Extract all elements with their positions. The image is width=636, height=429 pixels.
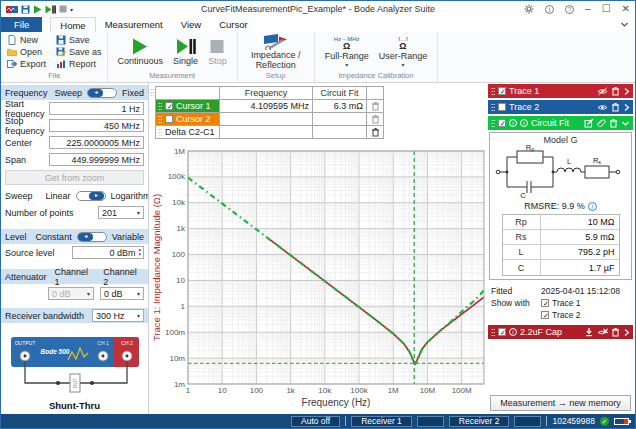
start-frequency-input[interactable] xyxy=(49,102,144,115)
memory-grip[interactable] xyxy=(491,328,495,337)
impedance-reflection-button[interactable]: Impedance / Reflection xyxy=(243,33,309,71)
memory-expand-icon[interactable] xyxy=(623,328,630,337)
delta-delete-button[interactable] xyxy=(367,126,384,139)
stop-quick-icon[interactable] xyxy=(59,5,67,13)
save-quick-icon[interactable] xyxy=(21,5,30,14)
cursor1-checkbox[interactable] xyxy=(165,102,173,110)
cursor2-grip[interactable] xyxy=(158,115,162,124)
circuit-fit-collapse-icon[interactable] xyxy=(621,120,630,127)
receiver1-level-indicator xyxy=(417,416,444,427)
trace1-expand-icon[interactable] xyxy=(623,87,630,96)
memory-checkbox[interactable] xyxy=(498,328,506,336)
full-range-button[interactable]: Hz→MHzΩ Full-Range ▾ xyxy=(320,36,374,68)
trace2-grip[interactable] xyxy=(491,103,495,112)
save-button[interactable]: Save xyxy=(56,35,102,45)
tab-view[interactable]: View xyxy=(172,17,210,32)
linear-log-toggle[interactable] xyxy=(76,191,106,201)
circuit-fit-marker-icon[interactable] xyxy=(520,119,528,127)
trace1-checkbox[interactable] xyxy=(498,87,506,95)
linear-option-label[interactable]: Linear xyxy=(46,191,71,201)
trace1-delete-icon[interactable] xyxy=(611,86,620,96)
variable-option-label[interactable]: Variable xyxy=(112,232,144,242)
continuous-button[interactable]: Continuous xyxy=(113,37,169,67)
close-button[interactable]: ✕ xyxy=(622,4,630,14)
delta-grip[interactable] xyxy=(158,128,162,137)
receiver-bandwidth-select[interactable]: 300 Hz xyxy=(92,309,144,322)
trace2-expand-icon[interactable] xyxy=(623,103,630,112)
full-range-dropdown-icon[interactable]: ▾ xyxy=(345,63,348,68)
memory-download-icon[interactable] xyxy=(584,327,594,337)
circuit-fit-attach-icon[interactable] xyxy=(597,118,606,128)
memory-hide-icon[interactable] xyxy=(597,328,608,337)
sweep-fixed-toggle[interactable] xyxy=(87,88,117,98)
help-icon[interactable]: ? xyxy=(565,5,574,14)
save-as-button[interactable]: Save as xyxy=(56,47,102,57)
tab-cursor[interactable]: Cursor xyxy=(210,17,257,32)
center-frequency-input[interactable] xyxy=(49,136,144,149)
sweep-option-label[interactable]: Sweep xyxy=(54,88,82,98)
show-trace2-checkbox[interactable] xyxy=(541,311,549,319)
continuous-quick-icon[interactable] xyxy=(33,5,42,14)
fixed-option-label[interactable]: Fixed xyxy=(122,88,144,98)
cursor2-delete-button[interactable] xyxy=(367,113,384,126)
circuit-fit-column-header: Circuit Fit xyxy=(313,87,367,100)
span-input[interactable] xyxy=(49,153,144,166)
tab-home[interactable]: Home xyxy=(50,17,95,32)
qat-dropdown-icon[interactable]: ▾ xyxy=(70,6,73,13)
circuit-fit-info-icon[interactable] xyxy=(509,119,517,127)
tab-measurement[interactable]: Measurement xyxy=(96,17,172,32)
channel2-attenuator-select[interactable]: 0 dB xyxy=(100,287,144,300)
minimize-button[interactable]: – xyxy=(585,4,591,14)
points-row: Number of points 201 xyxy=(1,204,148,221)
rmsre-info-icon[interactable] xyxy=(588,202,597,211)
get-from-zoom-button[interactable]: Get from zoom xyxy=(5,170,144,185)
export-button[interactable]: Export xyxy=(7,59,46,69)
maximize-button[interactable]: ☐ xyxy=(602,4,611,14)
points-select[interactable]: 201 xyxy=(98,206,144,219)
circuit-fit-checkbox[interactable] xyxy=(498,119,506,127)
source-level-stepper[interactable]: 0 dBm xyxy=(72,246,144,259)
constant-variable-toggle[interactable] xyxy=(77,232,107,242)
cursor2-frequency-value[interactable] xyxy=(220,113,313,126)
trace2-checkbox[interactable] xyxy=(498,103,506,111)
trace1-grip[interactable] xyxy=(491,87,495,96)
memory-info-icon[interactable] xyxy=(509,328,517,336)
user-range-dropdown-icon[interactable]: ▾ xyxy=(401,63,404,68)
open-button[interactable]: Open xyxy=(7,47,46,57)
constant-option-label[interactable]: Constant xyxy=(36,232,72,242)
report-button[interactable]: Report xyxy=(56,59,102,69)
cursor1-grip[interactable] xyxy=(158,102,162,111)
single-button[interactable]: Single xyxy=(168,37,203,67)
stop-button[interactable]: Stop xyxy=(203,37,232,67)
trace1-header[interactable]: Trace 1 xyxy=(488,84,633,98)
impedance-magnitude-chart[interactable]: 1101001k10k100k1M10M100M1m10m100m1101001… xyxy=(150,140,488,418)
trace2-show-icon[interactable] xyxy=(597,103,608,112)
single-quick-icon[interactable] xyxy=(45,5,56,14)
auto-off-button[interactable]: Auto off xyxy=(291,416,340,427)
circuit-fit-header[interactable]: Circuit Fit xyxy=(488,116,633,130)
stop-frequency-input[interactable] xyxy=(49,119,144,132)
trace2-delete-icon[interactable] xyxy=(611,102,620,112)
new-button[interactable]: New xyxy=(7,35,46,45)
cursor1-frequency-value[interactable]: 4.109595 MHz xyxy=(220,100,313,113)
svg-text:1k: 1k xyxy=(177,224,186,233)
stepper-arrows-icon[interactable] xyxy=(138,248,142,257)
info-icon[interactable]: i xyxy=(545,5,554,14)
menu-file[interactable]: File xyxy=(1,17,42,32)
cursor1-delete-button[interactable] xyxy=(367,100,384,113)
cursor2-checkbox[interactable] xyxy=(165,115,173,123)
user-range-button[interactable]: f…fΩ User-Range ▾ xyxy=(374,36,433,68)
memory-trace-header[interactable]: 2.2uF Cap xyxy=(488,325,633,339)
circuit-fit-edit-icon[interactable] xyxy=(584,118,594,128)
trace2-header[interactable]: Trace 2 xyxy=(488,100,633,114)
circuit-fit-grip[interactable] xyxy=(491,119,495,128)
show-trace1-checkbox[interactable] xyxy=(541,299,549,307)
settings-gear-icon[interactable] xyxy=(524,4,534,14)
memory-delete-icon[interactable] xyxy=(611,327,620,337)
logarithmic-option-label[interactable]: Logarithmic xyxy=(111,191,149,201)
circuit-fit-delete-icon[interactable] xyxy=(609,118,618,128)
trace1-hide-icon[interactable] xyxy=(597,87,608,96)
ribbon-collapse-icon[interactable] xyxy=(620,17,629,32)
cursor-table-grip[interactable] xyxy=(150,88,154,97)
measurement-to-new-memory-button[interactable]: Measurement → new memory xyxy=(490,395,631,411)
